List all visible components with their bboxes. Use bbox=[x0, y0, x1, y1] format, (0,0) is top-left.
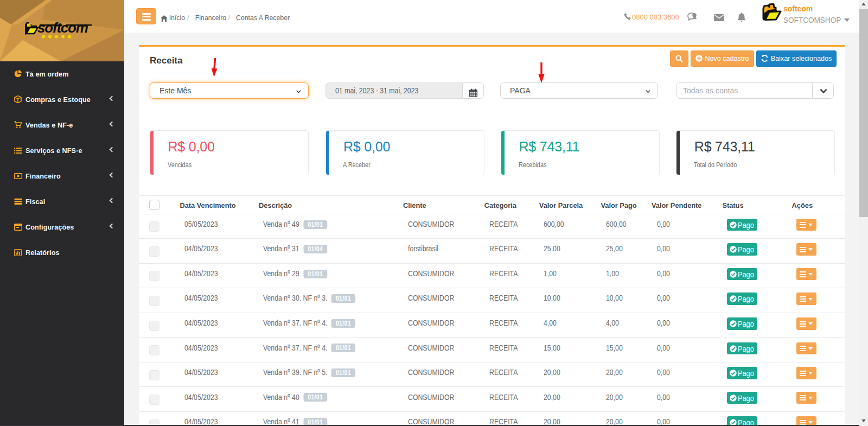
svg-text:softcom: softcom bbox=[37, 20, 88, 36]
